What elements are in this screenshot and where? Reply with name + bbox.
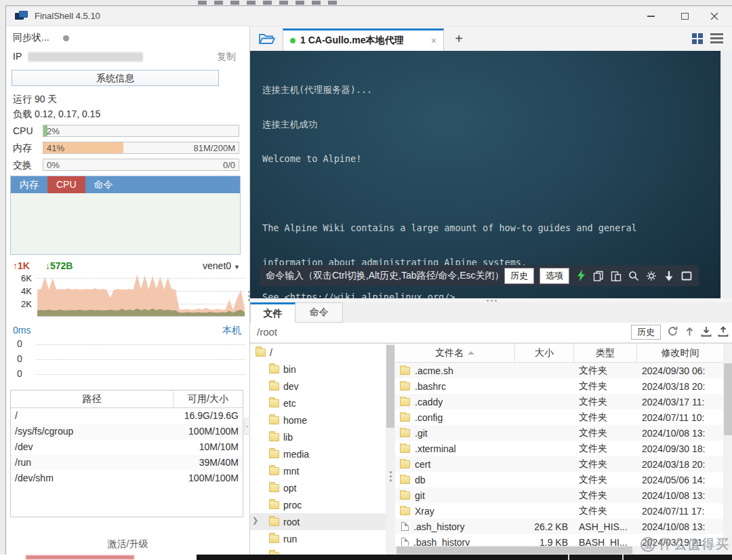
scroll-down-icon[interactable] — [663, 270, 675, 282]
watermark-badge: 值 — [640, 537, 655, 552]
column-header-modified[interactable]: 修改时间 — [636, 344, 723, 362]
file-list-scrollbar-thumb[interactable] — [724, 363, 732, 435]
tree-item-label: mnt — [283, 466, 299, 477]
file-row[interactable]: .ash_history26.2 KBASH_HIS...2024/10/08 … — [395, 519, 723, 534]
tree-scrollbar[interactable] — [386, 344, 395, 555]
tree-item-mnt[interactable]: mnt — [250, 462, 386, 479]
search-icon[interactable] — [628, 270, 640, 282]
gear-icon[interactable] — [645, 270, 657, 282]
tab-commands[interactable]: 命令 — [296, 302, 343, 323]
column-header-size[interactable]: 大小 — [514, 344, 573, 362]
download-icon[interactable] — [701, 326, 712, 339]
column-header-type[interactable]: 类型 — [573, 344, 636, 362]
tree-splitter-grip[interactable] — [387, 467, 394, 485]
activate-upgrade-link[interactable]: 激活/升级 — [6, 538, 249, 551]
file-list: 文件名 大小 类型 修改时间 .acme.sh文件夹2024/09/30 06:… — [395, 344, 723, 555]
file-row[interactable]: .bashrc文件夹2024/03/18 20: — [395, 378, 723, 394]
sidebar-collapse-handle[interactable]: › — [244, 418, 250, 435]
disk-path: /dev/shm — [11, 471, 174, 486]
tree-item-run[interactable]: run — [250, 530, 386, 547]
parent-directory-icon[interactable] — [685, 326, 695, 339]
command-input-bar[interactable]: 命令输入（双击Ctrl切换,Alt历史,Tab路径/命令,Esc关闭） 历史 选… — [260, 265, 699, 286]
tree-item-home[interactable]: home — [250, 412, 386, 428]
interface-dropdown[interactable]: venet0▼ — [203, 260, 240, 271]
system-info-button[interactable]: 系统信息 — [12, 70, 219, 86]
network-traffic-chart — [37, 273, 245, 317]
tab-files[interactable]: 文件 — [250, 302, 296, 323]
file-row[interactable]: git文件夹2024/10/08 13: — [395, 487, 723, 503]
file-row[interactable]: Xray文件夹2024/07/11 17: — [395, 503, 723, 519]
session-tab[interactable]: 1 CA-Gullo.me本地代理 × — [283, 28, 444, 51]
swap-meter-percent: 0% — [47, 160, 60, 170]
tree-item-lib[interactable]: lib — [250, 428, 386, 445]
tab-close-icon[interactable]: × — [431, 35, 436, 46]
tree-item-dev[interactable]: dev — [250, 378, 386, 395]
terminal-scrollbar[interactable] — [720, 51, 732, 298]
file-row[interactable]: .caddy文件夹2024/03/17 11: — [395, 394, 723, 409]
tree-item-bin[interactable]: bin — [250, 361, 386, 378]
connected-status-icon — [290, 38, 296, 43]
tree-item-root[interactable]: / — [250, 344, 386, 361]
window-mode-icon[interactable] — [680, 270, 693, 282]
folder-icon — [400, 445, 410, 453]
command-input-placeholder[interactable]: 命令输入（双击Ctrl切换,Alt历史,Tab路径/命令,Esc关闭） — [266, 270, 499, 282]
expander-chevron-icon[interactable]: ❯ — [252, 516, 258, 525]
tree-item-root-dir-selected[interactable]: ❯root — [250, 513, 386, 530]
titlebar[interactable]: FinalShell 4.5.10 — [6, 6, 732, 26]
finalshell-window: FinalShell 4.5.10 同步状... IP 复制 系统信息 运行 9… — [5, 5, 732, 555]
hamburger-menu-icon[interactable] — [710, 33, 723, 43]
maximize-button[interactable] — [672, 6, 697, 26]
history-button[interactable]: 历史 — [504, 268, 534, 284]
file-row[interactable]: db文件夹2024/05/06 14: — [395, 472, 723, 487]
path-history-button[interactable]: 历史 — [631, 325, 661, 340]
sync-status-label[interactable]: 同步状... — [13, 32, 49, 44]
close-button[interactable] — [702, 6, 727, 26]
site-watermark: 值 什么值得买 — [640, 536, 730, 553]
lightning-icon[interactable] — [575, 270, 587, 282]
paste-icon[interactable] — [610, 270, 622, 282]
tree-item-etc[interactable]: etc — [250, 395, 386, 412]
disk-row: /dev/shm100M/100M — [11, 471, 243, 486]
open-connections-icon[interactable] — [258, 32, 276, 45]
tree-item-label: bin — [283, 364, 296, 375]
tree-scrollbar-thumb[interactable] — [386, 345, 394, 428]
file-type: 文件夹 — [573, 365, 636, 377]
file-row[interactable]: .config文件夹2024/07/11 10: — [395, 409, 723, 425]
file-type: 文件夹 — [573, 489, 636, 502]
copy-ip-button[interactable]: 复制 — [217, 51, 236, 63]
folder-icon — [269, 552, 279, 555]
file-row[interactable]: cert文件夹2024/03/18 20: — [395, 456, 723, 472]
file-list-scrollbar[interactable] — [723, 344, 732, 555]
path-bar: /root 历史 — [250, 323, 732, 343]
disk-header-path[interactable]: 路径 — [11, 391, 174, 407]
minimize-button[interactable] — [638, 6, 663, 26]
file-name: db — [415, 475, 426, 485]
tree-item-clipped[interactable] — [250, 547, 386, 555]
tab-command[interactable]: 命令 — [85, 176, 122, 193]
swap-meter: 交换 0% 0/0 — [6, 159, 244, 172]
disk-path: /run — [11, 455, 174, 471]
file-row[interactable]: .acme.sh文件夹2024/09/30 06: — [395, 363, 723, 378]
sync-status-dot — [63, 35, 69, 41]
file-row[interactable]: .xterminal文件夹2024/09/30 18: — [395, 441, 723, 456]
tab-cpu[interactable]: CPU — [47, 176, 85, 193]
file-type: 文件夹 — [573, 458, 636, 471]
terminal[interactable]: 连接主机(代理服务器)... 连接主机成功 Welcome to Alpine!… — [250, 51, 720, 298]
column-header-name[interactable]: 文件名 — [395, 344, 514, 362]
file-row[interactable]: .git文件夹2024/10/08 13: — [395, 425, 723, 441]
horizontal-scrollbar-thumb[interactable] — [396, 546, 632, 554]
layout-grid-icon[interactable] — [692, 33, 703, 44]
tree-item-opt[interactable]: opt — [250, 479, 386, 496]
memory-meter-detail: 81M/200M — [194, 143, 235, 153]
tab-memory[interactable]: 内存 — [11, 176, 47, 193]
tree-item-media[interactable]: media — [250, 445, 386, 462]
refresh-icon[interactable] — [667, 325, 678, 339]
copy-icon[interactable] — [592, 270, 605, 282]
disk-header-usage[interactable]: 可用/大小 — [174, 391, 243, 407]
new-tab-button[interactable]: + — [451, 31, 467, 47]
tree-item-proc[interactable]: proc — [250, 496, 386, 513]
options-button[interactable]: 选项 — [540, 268, 569, 284]
path-input[interactable]: /root — [257, 326, 277, 338]
upload-icon[interactable] — [718, 326, 729, 339]
latency-host[interactable]: 本机 — [222, 325, 241, 337]
